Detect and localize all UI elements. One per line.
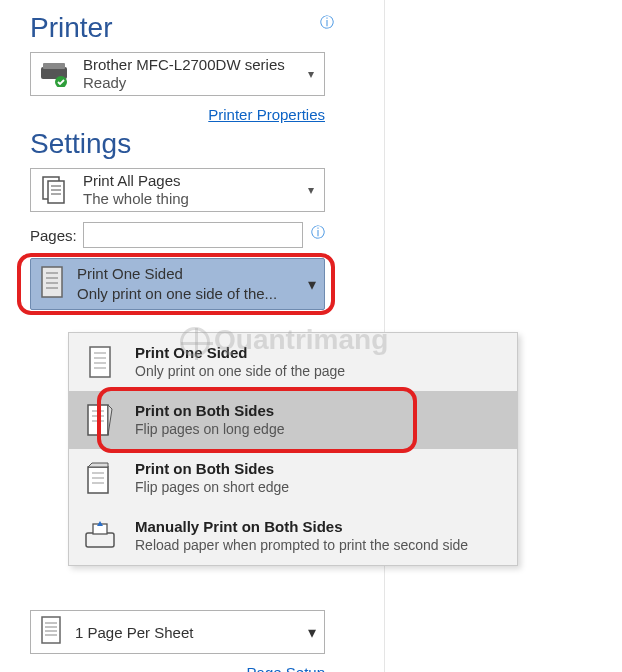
pages-input[interactable] — [83, 222, 303, 248]
menu-item-sub: Only print on one side of the page — [135, 362, 345, 381]
pages-per-sheet-title: 1 Page Per Sheet — [75, 624, 308, 641]
svg-rect-13 — [42, 617, 60, 643]
print-scope-selector[interactable]: Print All Pages The whole thing ▾ — [30, 168, 325, 212]
svg-rect-23 — [88, 405, 108, 435]
svg-rect-27 — [88, 467, 108, 493]
menu-item-title: Manually Print on Both Sides — [135, 517, 468, 536]
sides-option-manual-both[interactable]: Manually Print on Both Sides Reload pape… — [69, 507, 517, 565]
menu-item-sub: Flip pages on long edge — [135, 420, 284, 439]
menu-item-sub: Flip pages on short edge — [135, 478, 289, 497]
printer-properties-link[interactable]: Printer Properties — [208, 106, 325, 123]
page-setup-link[interactable]: Page Setup — [247, 664, 325, 672]
svg-rect-18 — [90, 347, 110, 377]
menu-item-title: Print One Sided — [135, 343, 345, 362]
svg-rect-31 — [86, 533, 114, 547]
chevron-down-icon: ▾ — [304, 183, 318, 197]
info-icon[interactable]: ⓘ — [320, 14, 334, 32]
printer-selector[interactable]: Brother MFC-L2700DW series Ready ▾ — [30, 52, 325, 96]
pages-per-sheet-selector[interactable]: 1 Page Per Sheet ▾ — [30, 610, 325, 654]
print-scope-sub: The whole thing — [83, 190, 304, 208]
document-icon — [37, 173, 71, 207]
chevron-down-icon: ▾ — [308, 275, 316, 294]
chevron-down-icon: ▾ — [304, 67, 318, 81]
menu-item-title: Print on Both Sides — [135, 401, 284, 420]
sides-selected-sub: Only print on one side of the... — [77, 284, 308, 304]
svg-rect-1 — [43, 63, 65, 69]
settings-heading: Settings — [30, 128, 354, 160]
page-single-icon — [39, 265, 65, 303]
info-icon[interactable]: ⓘ — [311, 224, 325, 242]
sides-dropdown-menu: Print One Sided Only print on one side o… — [68, 332, 518, 566]
svg-rect-8 — [42, 267, 62, 297]
menu-item-sub: Reload paper when prompted to print the … — [135, 536, 468, 555]
sides-option-both-short[interactable]: Print on Both Sides Flip pages on short … — [69, 449, 517, 507]
page-flip-short-icon — [83, 461, 117, 495]
page-icon — [39, 615, 63, 649]
printer-heading: Printer — [30, 12, 112, 44]
print-scope-title: Print All Pages — [83, 172, 304, 190]
pages-label: Pages: — [30, 227, 77, 244]
printer-status: Ready — [83, 74, 304, 92]
sides-option-both-long[interactable]: Print on Both Sides Flip pages on long e… — [69, 391, 517, 449]
sides-selected-title: Print One Sided — [77, 264, 308, 284]
sides-selector[interactable]: Print One Sided Only print on one side o… — [30, 258, 325, 310]
printer-name: Brother MFC-L2700DW series — [83, 56, 304, 74]
menu-item-title: Print on Both Sides — [135, 459, 289, 478]
sides-option-one-sided[interactable]: Print One Sided Only print on one side o… — [69, 333, 517, 391]
chevron-down-icon: ▾ — [308, 623, 316, 642]
printer-icon — [37, 57, 71, 91]
page-flip-long-icon — [83, 403, 117, 437]
manual-feed-icon — [83, 519, 117, 553]
svg-rect-4 — [48, 181, 64, 203]
page-single-icon — [83, 345, 117, 379]
